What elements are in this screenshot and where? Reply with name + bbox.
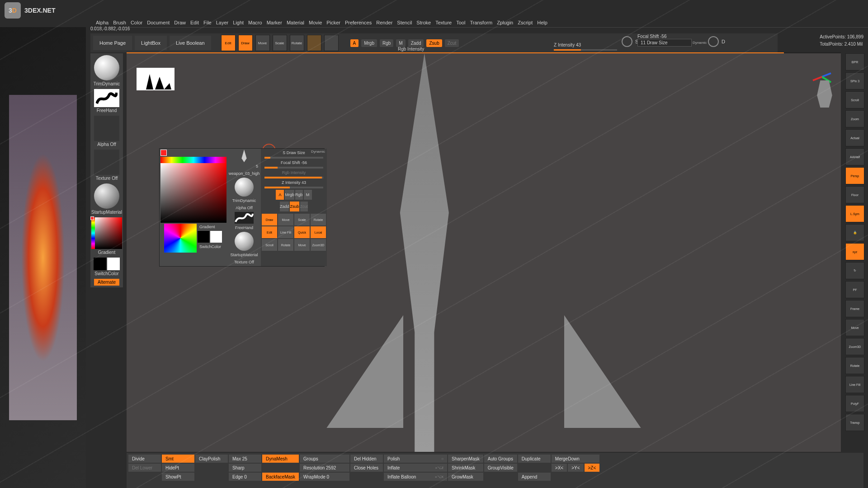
mode-a-chip[interactable]: A [350, 39, 359, 47]
scroll-button[interactable]: Scroll [845, 91, 864, 108]
draw-mode-button[interactable]: Draw [238, 35, 253, 51]
dynamesh-button[interactable]: DynaMesh [262, 455, 299, 463]
subtool-thumb-icon[interactable] [238, 150, 250, 162]
edge-slider[interactable]: Edge 0 [229, 473, 261, 481]
popup-move2-icon[interactable]: Move [294, 239, 310, 251]
menu-material[interactable]: Material [287, 20, 304, 25]
closeholes-button[interactable]: Close Holes [350, 464, 383, 472]
rotate-mode-button[interactable]: Rotate [290, 35, 304, 51]
bpr-button[interactable]: BPR [845, 53, 864, 70]
popup-gradient-picker[interactable] [164, 224, 197, 253]
menu-zplugin[interactable]: Zplugin [497, 20, 513, 25]
popup-scale-icon[interactable]: Scale [294, 214, 310, 225]
menu-file[interactable]: File [203, 20, 212, 25]
popup-m-button[interactable]: M [304, 190, 312, 200]
wrapmode-slider[interactable]: WrapMode 0 [300, 473, 349, 481]
popup-linefill-icon[interactable]: Line Fill [278, 226, 293, 238]
popup-zoom3d-icon[interactable]: Zoom3D [311, 239, 326, 251]
claypolish-button[interactable]: ClayPolish [195, 455, 228, 463]
popup-a-button[interactable]: A [276, 190, 284, 200]
alternate-button[interactable]: Alternate [94, 279, 119, 286]
popup-color-picker[interactable] [160, 157, 226, 223]
menu-picker[interactable]: Picker [326, 20, 340, 25]
popup-rot2-icon[interactable]: Rotate [278, 239, 293, 251]
popup-mrgb-button[interactable]: Mrgb [285, 190, 294, 200]
zcut-chip[interactable]: Zcut [445, 39, 459, 47]
mirror-x-button[interactable]: >X< [552, 464, 567, 472]
max-slider[interactable]: Max 25 [229, 455, 261, 463]
delhidden-button[interactable]: Del Hidden [350, 455, 383, 463]
popup-material-ball[interactable] [235, 232, 254, 251]
append-button[interactable]: Append [518, 473, 551, 481]
home-page-button[interactable]: Home Page [93, 36, 132, 50]
groupvisible-button[interactable]: GroupVisible [484, 464, 517, 472]
move3d-button[interactable]: Move [845, 319, 864, 336]
stroke-thumbnail[interactable] [94, 89, 119, 107]
popup-zint-slider[interactable] [264, 187, 323, 188]
zoom3d-button[interactable]: Zoom3D [845, 338, 864, 355]
menu-brush[interactable]: Brush [113, 20, 126, 25]
growmask-button[interactable]: GrowMask [448, 473, 483, 481]
showpt-button[interactable]: ShowPt [162, 473, 194, 481]
gizmo-toggle[interactable] [324, 35, 339, 51]
main-color-swatch[interactable] [160, 150, 167, 156]
popup-zcut-button[interactable]: Zcut [300, 202, 308, 211]
d-dial[interactable] [708, 36, 719, 47]
m-chip[interactable]: M [396, 39, 405, 47]
sharp-button[interactable]: Sharp [229, 464, 261, 472]
smt-button[interactable]: Smt [162, 455, 194, 463]
spix-button[interactable]: SPix 3 [845, 72, 864, 89]
popup-local-icon[interactable]: Local [311, 226, 326, 238]
popup-zadd-button[interactable]: Zadd [280, 202, 289, 211]
s-dial[interactable] [622, 36, 632, 47]
autogroups-button[interactable]: Auto Groups [484, 455, 517, 463]
popup-scroll-icon[interactable]: Scroll [262, 239, 277, 251]
popup-edit-icon[interactable]: Edit [262, 226, 277, 238]
zsub-chip[interactable]: Zsub [426, 39, 442, 47]
persp-button[interactable]: Persp [845, 167, 864, 184]
polyf-button[interactable]: PolyF [845, 395, 864, 412]
alpha-tile[interactable] [94, 116, 119, 141]
groups-button[interactable]: Groups [300, 455, 349, 463]
menu-texture[interactable]: Texture [435, 20, 452, 25]
zoom-button[interactable]: Zoom [845, 110, 864, 127]
popup-switchcolor-swatches[interactable] [198, 231, 223, 243]
polish-button[interactable]: Polish○ [384, 455, 447, 463]
menu-draw[interactable]: Draw [174, 20, 186, 25]
sculptris-toggle[interactable] [307, 35, 321, 51]
menu-light[interactable]: Light [233, 20, 244, 25]
mirror-z-button[interactable]: >Z< [585, 464, 600, 472]
menu-help[interactable]: Help [537, 20, 547, 25]
transp-button[interactable]: Transp [845, 414, 864, 431]
menu-alpha[interactable]: Alpha [96, 20, 108, 25]
draw-size-input[interactable] [637, 39, 692, 47]
menu-macro[interactable]: Macro [248, 20, 262, 25]
popup-drawsize-slider[interactable] [264, 157, 323, 159]
brush-thumbnail[interactable] [94, 55, 119, 80]
popup-move-icon[interactable]: Move [278, 214, 293, 225]
duplicate-button[interactable]: Duplicate [518, 455, 551, 463]
menu-layer[interactable]: Layer [216, 20, 229, 25]
xyz-button[interactable]: xyz [845, 243, 864, 260]
texture-tile[interactable] [94, 150, 119, 175]
lightbox-button[interactable]: LightBox [135, 36, 167, 50]
menu-color[interactable]: Color [131, 20, 142, 25]
hidept-button[interactable]: HidePt [162, 464, 194, 472]
menu-preferences[interactable]: Preferences [345, 20, 372, 25]
menu-stencil[interactable]: Stencil [397, 20, 412, 25]
live-boolean-button[interactable]: Live Boolean [170, 36, 211, 50]
menu-stroke[interactable]: Stroke [416, 20, 431, 25]
menu-marker[interactable]: Marker [267, 20, 282, 25]
popup-rgbint-slider[interactable] [264, 177, 323, 178]
scale-mode-button[interactable]: Scale [273, 35, 287, 51]
menu-movie[interactable]: Movie [309, 20, 322, 25]
floor-button[interactable]: Floor [845, 186, 864, 203]
menu-transform[interactable]: Transform [470, 20, 492, 25]
color-picker-left[interactable] [91, 217, 122, 249]
backfacemask-button[interactable]: BackfaceMask [262, 473, 299, 481]
linefill-button[interactable]: Line Fill [845, 376, 864, 393]
edit-mode-button[interactable]: Edit [221, 35, 236, 51]
material-thumbnail[interactable] [94, 183, 119, 209]
aahalf-button[interactable]: AAHalf [845, 148, 864, 165]
zadd-chip[interactable]: Zadd [408, 39, 424, 47]
